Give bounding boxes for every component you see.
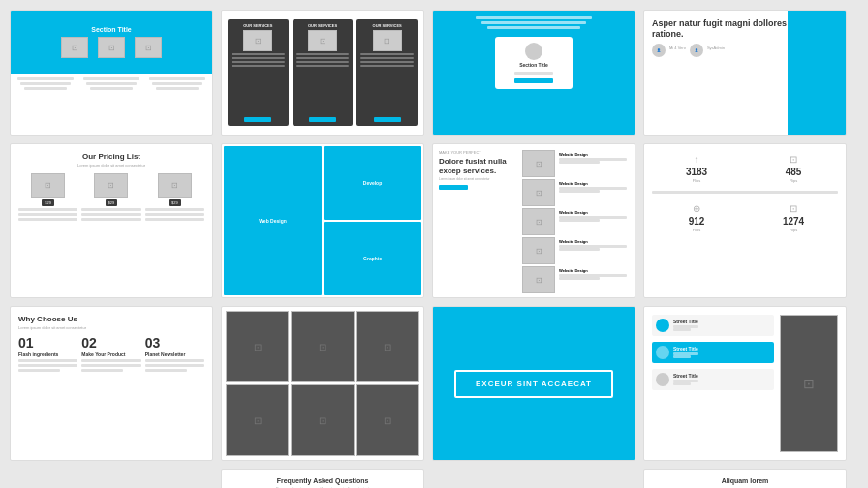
pricing-lines-2 [294, 53, 352, 115]
card-stats-content: Asper natur fugit magni dollores ratione… [652, 18, 788, 57]
web-design-cell-1: Web Design [224, 146, 322, 295]
feature-icon-1 [656, 319, 669, 332]
pricing-item-3: OUR SERVICES ⊡ [356, 19, 418, 126]
service-img-3: ⊡ [522, 208, 555, 235]
stats-numbers-inner: ↑ 3183 Flips ⊡ 485 Flips ⊕ 912 Flips [644, 144, 846, 240]
card-cta: EXCEUR SINT ACCAECAT [432, 306, 636, 461]
stat-item-3: ⊕ 912 Flips [652, 201, 741, 232]
stat-icon-1: ↑ [690, 152, 703, 166]
aliquam-title: Aliquam lorem [652, 477, 838, 484]
feature-dark-right: ⊡ [780, 315, 838, 452]
hero-modal-text [476, 16, 592, 29]
price-col-1: ⊡ $29 [18, 173, 78, 221]
card-stats-numbers: ↑ 3183 Flips ⊡ 485 Flips ⊕ 912 Flips [643, 143, 847, 298]
modal-cta-btn[interactable] [514, 78, 553, 83]
stat-label-2: Flips [790, 178, 797, 183]
feature-title-3: Street Title [673, 373, 698, 379]
pricing-btn-3[interactable] [374, 117, 401, 122]
service-img-1: ⊡ [522, 150, 555, 177]
stats-row-top: ↑ 3183 Flips ⊡ 485 Flips [652, 152, 838, 183]
mosaic-cell-3: ⊡ [356, 311, 419, 382]
faq-inner: Frequently Asked Questions Cum sociis na… [222, 470, 423, 488]
services-img-row-2: ⊡ Website Design [522, 179, 629, 206]
hero-icon-2: ⊡ [98, 37, 125, 58]
modal-avatar [525, 43, 542, 60]
mosaic-cell-2: ⊡ [291, 311, 354, 382]
stat-icon-3: ⊕ [690, 201, 703, 215]
cta-btn[interactable]: EXCEUR SINT ACCAECAT [454, 370, 613, 398]
why-lines-3 [145, 359, 204, 372]
feature-title-1: Street Title [673, 319, 698, 324]
feature-text-block-3: Street Title [673, 373, 698, 385]
why-lines-2 [81, 359, 140, 372]
mosaic-cell-1: ⊡ [226, 311, 289, 382]
stat-label-4: Flips [790, 228, 797, 232]
web-design-inner: Web Design Develop Graphic [222, 144, 423, 297]
pricing-img-1: ⊡ [243, 30, 272, 51]
card-pricing-dark: OUR SERVICES ⊡ OUR SERVICES ⊡ [221, 10, 424, 136]
price-badge-2: $29 [106, 199, 118, 206]
feature-text-block-2: Street Title [673, 346, 698, 358]
card-aliquam: Aliquam lorem Propsent su. Business clie… [643, 469, 847, 488]
why-lines-1 [18, 359, 78, 372]
services-img-row-5: ⊡ Website Design [522, 266, 629, 293]
why-col-2: 02 Make Your Product [81, 336, 140, 372]
pricing-btn-1[interactable] [244, 117, 271, 122]
pricing-header-2: OUR SERVICES [308, 23, 337, 28]
stat-item-2: ⊡ 485 Flips [749, 152, 838, 183]
pricing-img-3: ⊡ [373, 30, 402, 51]
feature-item-3: Street Title [652, 369, 774, 390]
why-num-3: 03 [145, 336, 204, 350]
service-img-4: ⊡ [522, 237, 555, 264]
card-faq: Frequently Asked Questions Cum sociis na… [221, 469, 424, 488]
service-img-2: ⊡ [522, 179, 555, 206]
feature-icon-3 [656, 373, 669, 386]
services-btn[interactable] [439, 185, 468, 190]
aliquam-inner: Aliquam lorem Propsent su. Business clie… [644, 470, 846, 488]
price-img-1: ⊡ [31, 173, 65, 198]
hero-icons-row: ⊡ ⊡ ⊡ [61, 37, 162, 58]
price-badge-3: $29 [169, 199, 181, 206]
price-lines-2 [81, 208, 140, 221]
service-label-2: Website Design [557, 179, 629, 206]
card-hero-icons: Section Title ⊡ ⊡ ⊡ [10, 10, 213, 136]
card-stats-text: Asper natur fugit magni dollores ratione… [643, 10, 847, 136]
card-pricing-list: Our Pricing List Lorem ipsum dolor sit a… [10, 143, 213, 298]
services-img-row-3: ⊡ Website Design [522, 208, 629, 235]
services-inner: MAKE YOUR PERFECT Dolore fusiat nulla ex… [433, 144, 635, 298]
pricing-list-sub: Lorem ipsum dolor sit amet consectetur [18, 163, 204, 168]
text-col-1 [15, 77, 77, 90]
pricing-btn-2[interactable] [309, 117, 336, 122]
pricing-item-1: OUR SERVICES ⊡ [228, 19, 289, 126]
hero-title: Section Title [91, 26, 132, 33]
dark-mosaic-inner: ⊡ ⊡ ⊡ ⊡ ⊡ ⊡ [222, 307, 423, 460]
text-col-3 [146, 77, 208, 90]
web-design-cell-2: Develop [324, 146, 421, 220]
stats-users: 👤 Mi 4 Vero 👤 SysAdmin [652, 44, 788, 57]
feature-title-2: Street Title [673, 346, 698, 351]
text-col-2 [80, 77, 142, 90]
price-img-2: ⊡ [94, 173, 128, 198]
feature-item-1: Street Title [652, 315, 774, 336]
stat-number-2: 485 [786, 167, 802, 177]
modal-box: Section Title [495, 37, 573, 89]
pricing-header-3: OUR SERVICES [373, 23, 402, 28]
card-feature-dark: Street Title Street Title [643, 306, 847, 461]
mosaic-cell-5: ⊡ [291, 384, 354, 456]
feature-dark-left: Street Title Street Title [652, 315, 774, 452]
pricing-list-inner: Our Pricing List Lorem ipsum dolor sit a… [11, 144, 212, 229]
mosaic-cell-4: ⊡ [226, 384, 289, 456]
pricing-list-title: Our Pricing List [18, 152, 204, 161]
pricing-lines-1 [230, 53, 287, 115]
feature-icon-2 [656, 346, 669, 359]
services-img-row-4: ⊡ Website Design [522, 237, 629, 264]
service-label-5: Website Design [557, 266, 629, 293]
services-eyebrow: MAKE YOUR PERFECT [439, 150, 516, 155]
stat-number-4: 1274 [783, 216, 804, 227]
mosaic-cell-6: ⊡ [356, 384, 419, 456]
why-num-title-3: Planet Newsletter [145, 351, 204, 357]
feature-text-block-1: Street Title [673, 319, 698, 331]
feature-item-2: Street Title [652, 342, 774, 363]
card-services: MAKE YOUR PERFECT Dolore fusiat nulla ex… [432, 143, 636, 298]
services-sub: Lorem ipsum dolor sit amet consectetur [439, 177, 516, 181]
